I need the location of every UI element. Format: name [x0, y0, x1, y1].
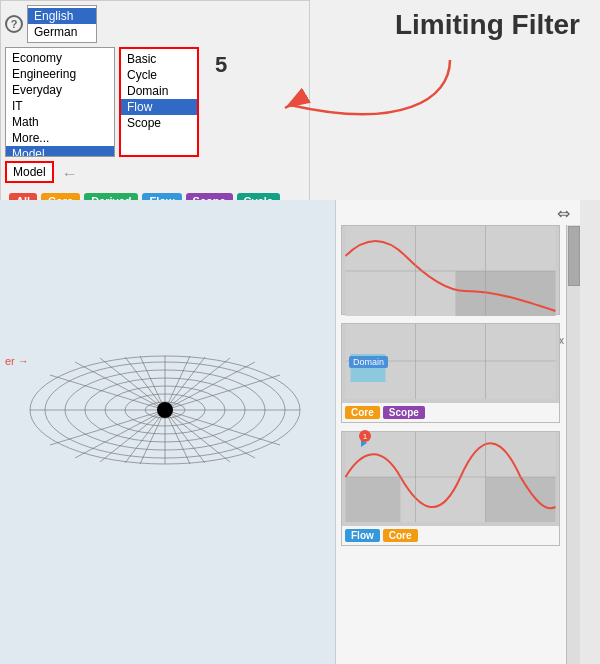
3d-mesh: [20, 280, 310, 500]
lang-dropdown: ? English German: [5, 5, 305, 43]
flow-icon-wrapper: 1: [347, 432, 369, 457]
svg-rect-36: [456, 271, 556, 316]
wave2-scope-tag: Scope: [383, 406, 425, 419]
subcat-domain[interactable]: Domain: [121, 83, 197, 99]
lists-row: Economy Engineering Everyday IT Math Mor…: [5, 47, 305, 157]
lang-list[interactable]: English German: [27, 5, 97, 43]
subcat-scope[interactable]: Scope: [121, 115, 197, 131]
cat-it[interactable]: IT: [6, 98, 114, 114]
cat-everyday[interactable]: Everyday: [6, 82, 114, 98]
notif-badge: 1: [359, 430, 371, 442]
subcategory-list[interactable]: Basic Cycle Domain Flow Scope: [119, 47, 199, 157]
domain-tag: Domain: [349, 356, 388, 368]
waveform-panel: ⇔ 1.50x: [335, 200, 580, 664]
cat-more[interactable]: More...: [6, 130, 114, 146]
wave3-flow-tag: Flow: [345, 529, 380, 542]
scrollbar-thumb[interactable]: [568, 226, 580, 286]
3d-view-panel: er →: [0, 200, 335, 664]
subcat-flow[interactable]: Flow: [121, 99, 197, 115]
svg-point-34: [157, 402, 173, 418]
lang-item-english[interactable]: English: [28, 8, 96, 24]
waveform-card-2[interactable]: Domain Core Scope: [341, 323, 560, 423]
cat-math[interactable]: Math: [6, 114, 114, 130]
er-label: er →: [5, 355, 29, 367]
wave1-svg: [342, 226, 559, 316]
swap-icon[interactable]: ⇔: [557, 204, 570, 223]
svg-rect-47: [486, 477, 556, 522]
bottom-section: er → ⇔ 1.50x: [0, 200, 600, 664]
help-icon[interactable]: ?: [5, 15, 23, 33]
wave3-core-tag: Core: [383, 529, 418, 542]
wave3-svg: [342, 432, 559, 522]
svg-rect-46: [346, 477, 401, 522]
waveform-card-1[interactable]: [341, 225, 560, 315]
cat-model[interactable]: Model: [6, 146, 114, 157]
waveform-area: Domain Core Scope: [341, 225, 560, 659]
arrow-right-indicator: ←: [62, 165, 78, 183]
subcat-cycle[interactable]: Cycle: [121, 67, 197, 83]
number-display: 5: [215, 52, 227, 78]
wave2-core-tag: Core: [345, 406, 380, 419]
right-scrollbar[interactable]: [566, 225, 580, 664]
lang-item-german[interactable]: German: [28, 24, 96, 40]
cat-engineering[interactable]: Engineering: [6, 66, 114, 82]
wave2-tag-row: Core Scope: [342, 402, 559, 422]
wave3-tag-row: Flow Core: [342, 525, 559, 545]
waveform-card-3[interactable]: 1 Flow Core: [341, 431, 560, 546]
subcat-basic[interactable]: Basic: [121, 51, 197, 67]
cat-economy[interactable]: Economy: [6, 50, 114, 66]
category-list[interactable]: Economy Engineering Everyday IT Math Mor…: [5, 47, 115, 157]
model-selected-item[interactable]: Model: [5, 161, 54, 183]
limiting-filter-label: Limiting Filter: [395, 10, 580, 41]
